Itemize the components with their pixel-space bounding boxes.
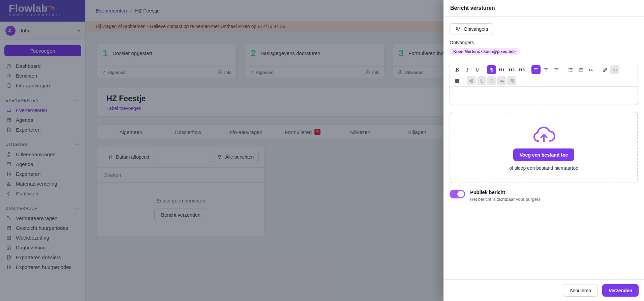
cloud-upload-icon: [531, 124, 556, 144]
editor-toolbar-row-1: B I U ¶ H1 H2 H3: [450, 63, 638, 75]
delete-column-button: [477, 76, 486, 85]
toggle-knob: [457, 191, 464, 197]
add-row-button: [487, 76, 496, 85]
recipients-label: Ontvangers: [450, 40, 638, 45]
public-message-row: Publiek bericht Het bericht is zichtbaar…: [450, 190, 638, 202]
insert-table-button[interactable]: [453, 76, 462, 85]
drawer-body: Ontvangers Ontvangers Koen Mertens <koen…: [443, 17, 644, 279]
drawer-title: Bericht versturen: [443, 0, 644, 17]
paragraph-button[interactable]: ¶: [487, 65, 496, 74]
unlink-button: [610, 65, 619, 74]
bold-button[interactable]: B: [453, 65, 462, 74]
bullet-list-button[interactable]: [566, 65, 575, 74]
delete-row-button: [497, 76, 506, 85]
drawer-footer: Annuleren Verzenden: [443, 279, 644, 301]
dropzone-hint: of sleep een bestand hiernaartoe: [509, 165, 578, 171]
add-column-button: [467, 76, 476, 85]
align-right-button[interactable]: [552, 65, 561, 74]
align-center-button[interactable]: [542, 65, 551, 74]
heading2-button[interactable]: H2: [507, 65, 516, 74]
file-dropzone[interactable]: Voeg een bestand toe of sleep een bestan…: [450, 112, 638, 183]
send-message-drawer: Bericht versturen Ontvangers Ontvangers …: [443, 0, 644, 301]
rich-text-editor: B I U ¶ H1 H2 H3: [450, 63, 638, 105]
public-message-toggle[interactable]: [450, 190, 465, 198]
blockquote-button[interactable]: [586, 65, 595, 74]
italic-button[interactable]: I: [463, 65, 472, 74]
person-plus-icon: [455, 26, 461, 32]
underline-button[interactable]: U: [473, 65, 482, 74]
toggle-description: Het bericht is zichtbaar voor burgers: [470, 197, 541, 202]
heading1-button[interactable]: H1: [497, 65, 506, 74]
message-body-input[interactable]: [450, 86, 638, 105]
app-root: Flowlab Dossiercentrale JL John ▾ Toevoe…: [0, 0, 644, 301]
ordered-list-button[interactable]: [576, 65, 585, 74]
recipient-chip[interactable]: Koen Mertens <koen@pixeo.be>: [450, 48, 519, 55]
link-button[interactable]: [600, 65, 609, 74]
align-left-button[interactable]: [531, 65, 541, 74]
toggle-label: Publiek bericht: [470, 190, 541, 195]
recipients-button[interactable]: Ontvangers: [450, 23, 493, 34]
submit-button[interactable]: Verzenden: [602, 284, 639, 297]
editor-toolbar-row-2: [450, 75, 638, 86]
cancel-button[interactable]: Annuleren: [563, 284, 598, 297]
delete-table-button: [507, 76, 516, 85]
heading3-button[interactable]: H3: [517, 65, 526, 74]
add-file-button[interactable]: Voeg een bestand toe: [513, 148, 575, 161]
